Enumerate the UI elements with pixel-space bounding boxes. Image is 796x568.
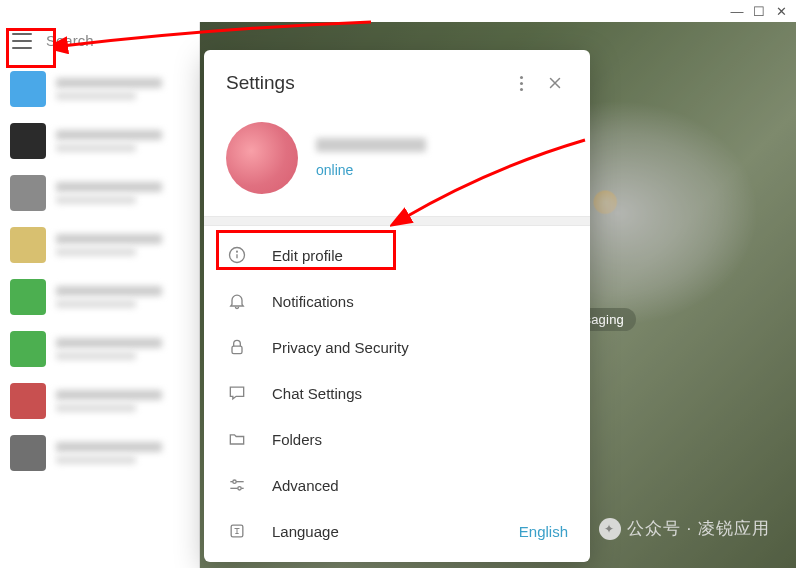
- chat-icon: [226, 382, 248, 404]
- info-icon: [226, 244, 248, 266]
- settings-panel: Settings online Edit profile Notificatio…: [204, 50, 590, 562]
- sidebar: Search: [0, 22, 200, 568]
- chat-item[interactable]: [0, 271, 199, 323]
- profile-status: online: [316, 162, 426, 178]
- chat-preview: [56, 282, 189, 312]
- chat-avatar: [10, 435, 46, 471]
- bell-icon: [226, 290, 248, 312]
- settings-item-value: English: [519, 523, 568, 540]
- chat-avatar: [10, 279, 46, 315]
- lock-icon: [226, 336, 248, 358]
- svg-rect-3: [232, 346, 242, 354]
- settings-item-notifications[interactable]: Notifications: [204, 278, 590, 324]
- annotation-box-menu: [6, 28, 56, 68]
- chat-preview: [56, 230, 189, 260]
- sliders-icon: [226, 474, 248, 496]
- watermark: ✦ 公众号 · 凌锐应用: [599, 517, 770, 540]
- settings-item-label: Advanced: [272, 477, 568, 494]
- close-icon: [546, 74, 564, 92]
- settings-close-button[interactable]: [538, 66, 572, 100]
- settings-item-chat[interactable]: Chat Settings: [204, 370, 590, 416]
- chat-preview: [56, 334, 189, 364]
- settings-menu: Edit profile Notifications Privacy and S…: [204, 226, 590, 560]
- settings-item-label: Notifications: [272, 293, 568, 310]
- window-minimize-button[interactable]: —: [730, 4, 744, 18]
- profile-name: [316, 138, 426, 152]
- folder-icon: [226, 428, 248, 450]
- more-icon: [520, 76, 523, 91]
- chat-avatar: [10, 331, 46, 367]
- profile-avatar[interactable]: [226, 122, 298, 194]
- chat-item[interactable]: [0, 427, 199, 479]
- wechat-icon: ✦: [599, 518, 621, 540]
- chat-avatar: [10, 175, 46, 211]
- chat-item[interactable]: [0, 219, 199, 271]
- svg-point-5: [233, 480, 236, 483]
- profile-section[interactable]: online: [204, 110, 590, 216]
- language-icon: [226, 520, 248, 542]
- chat-preview: [56, 74, 189, 104]
- chat-preview: [56, 438, 189, 468]
- settings-title: Settings: [226, 72, 504, 94]
- settings-item-label: Privacy and Security: [272, 339, 568, 356]
- window-maximize-button[interactable]: ☐: [752, 4, 766, 18]
- settings-item-advanced[interactable]: Advanced: [204, 462, 590, 508]
- chat-item[interactable]: [0, 323, 199, 375]
- chat-item[interactable]: [0, 63, 199, 115]
- chat-avatar: [10, 383, 46, 419]
- chat-avatar: [10, 123, 46, 159]
- chat-item[interactable]: [0, 167, 199, 219]
- window-controls: — ☐ ✕: [730, 4, 788, 18]
- chat-item[interactable]: [0, 375, 199, 427]
- settings-item-folders[interactable]: Folders: [204, 416, 590, 462]
- watermark-text: 公众号 · 凌锐应用: [627, 517, 770, 540]
- settings-item-label: Chat Settings: [272, 385, 568, 402]
- chat-preview: [56, 126, 189, 156]
- chat-preview: [56, 178, 189, 208]
- settings-more-button[interactable]: [504, 66, 538, 100]
- window-close-button[interactable]: ✕: [774, 4, 788, 18]
- settings-item-label: Edit profile: [272, 247, 568, 264]
- settings-item-language[interactable]: Language English: [204, 508, 590, 554]
- settings-item-label: Folders: [272, 431, 568, 448]
- chat-list[interactable]: [0, 59, 199, 568]
- profile-info: online: [316, 138, 426, 178]
- chat-item[interactable]: [0, 115, 199, 167]
- settings-header: Settings: [204, 50, 590, 110]
- settings-item-label: Language: [272, 523, 495, 540]
- svg-point-7: [238, 487, 241, 490]
- chat-preview: [56, 386, 189, 416]
- settings-item-privacy[interactable]: Privacy and Security: [204, 324, 590, 370]
- divider: [204, 216, 590, 226]
- settings-item-edit-profile[interactable]: Edit profile: [204, 232, 590, 278]
- svg-point-2: [237, 251, 238, 252]
- chat-avatar: [10, 227, 46, 263]
- chat-avatar: [10, 71, 46, 107]
